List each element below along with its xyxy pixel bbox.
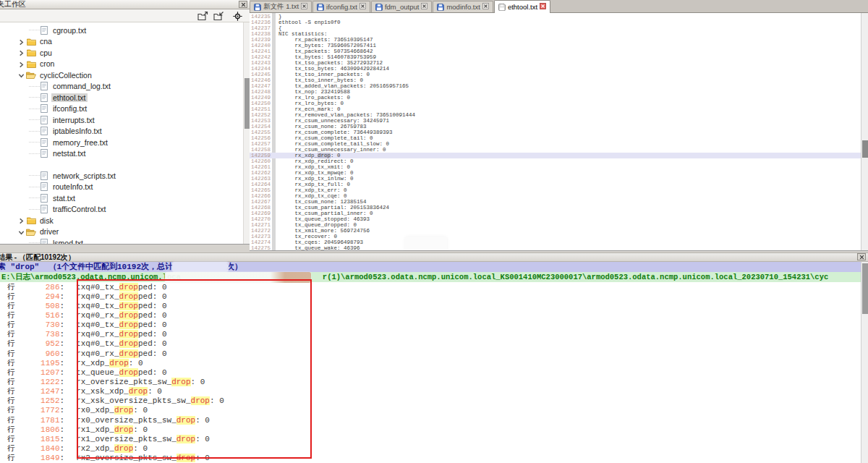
tree-item-trafficControl.txt[interactable]: trafficControl.txt	[0, 204, 243, 216]
line-text: rx_csum_unnecessary_inner: 0	[278, 147, 386, 153]
editor-line[interactable]: 142248 tx_nop: 232419588	[250, 89, 861, 95]
editor-line[interactable]: 142270 tx_queue_stopped: 46393	[250, 216, 861, 222]
editor-line[interactable]: 142243 tx_tso_packets: 35272932712	[250, 60, 861, 66]
editor-line[interactable]: 142265 rx_xdp_tx_err: 0	[250, 187, 861, 193]
tree-item-routeInfo.txt[interactable]: routeInfo.txt	[0, 182, 243, 193]
chevron-down-icon[interactable]	[18, 72, 25, 78]
tab-close-button[interactable]	[359, 3, 366, 11]
editor-line[interactable]: 142252 rx_removed_vlan_packets: 73651009…	[250, 112, 861, 118]
results-close-button[interactable]	[857, 253, 866, 260]
row-colon: :	[60, 416, 65, 425]
editor-line[interactable]: 142235}	[250, 14, 861, 20]
editor-lines[interactable]: 142235}142236ethtool -S enp1s0f0142237{1…	[250, 14, 861, 251]
editor-line[interactable]: 142244 tx_tso_bytes: 463099429284214	[250, 66, 861, 72]
editor-line[interactable]: 142269 tx_csum_partial_inner: 0	[250, 211, 861, 216]
tree-item-driver[interactable]: driver	[0, 226, 243, 238]
editor-line[interactable]: 142254 rx_csum_none: 26759783	[250, 124, 861, 129]
tab-fdm_output[interactable]: fdm_output	[371, 1, 433, 12]
editor-line[interactable]: 142242 tx_bytes: 514607839753959	[250, 54, 861, 60]
tab-close-button[interactable]	[540, 3, 546, 11]
line-number: 142267	[251, 199, 271, 205]
editor-line[interactable]: 142241 tx_packets: 507354668642	[250, 48, 861, 54]
editor-line[interactable]: 142258 rx_csum_unnecessary_inner: 0	[250, 147, 861, 153]
tab-ifconfig.txt[interactable]: ifconfig.txt	[312, 1, 370, 12]
editor-line[interactable]: 142250 rx_lro_bytes: 0	[250, 101, 861, 106]
line-text: tx_csum_none: 12385154	[278, 199, 367, 205]
editor-line[interactable]: 142238NIC statistics:	[250, 31, 861, 37]
locate-current-file-button[interactable]	[231, 11, 244, 21]
editor-line[interactable]: 142271 tx_queue_dropped: 0	[250, 222, 861, 228]
expand-all-button[interactable]	[196, 11, 209, 21]
tree-item-cyclicCollection[interactable]: cyclicCollection	[0, 69, 243, 81]
tree-item-ethtool.txt[interactable]: ethtool.txt	[0, 92, 243, 103]
editor-line[interactable]: 142260 rx_xdp_redirect: 0	[250, 158, 861, 164]
editor-pane[interactable]: 142235}142236ethtool -S enp1s0f0142237{1…	[250, 13, 868, 251]
editor-line[interactable]: 142262 rx_xdp_tx_mpwqe: 0	[250, 170, 861, 176]
editor-line[interactable]: 142267 tx_csum_none: 12385154	[250, 199, 861, 205]
tree-item-stat.txt[interactable]: stat.txt	[0, 192, 243, 204]
editor-line[interactable]: 142257 rx_csum_complete_tail_slow: 0	[250, 141, 861, 147]
editor-line[interactable]: 142261 rx_xdp_tx_xmit: 0	[250, 164, 861, 170]
editor-line[interactable]: 142249 rx_lro_packets: 0	[250, 95, 861, 101]
tab--1.txt[interactable]: 新文件 1.txt	[250, 1, 312, 12]
tree-item-ifconfig.txt[interactable]: ifconfig.txt	[0, 103, 243, 115]
tree-item-netstat.txt[interactable]: netstat.txt	[0, 148, 243, 160]
tree-scrollbar[interactable]	[243, 22, 250, 244]
tree-item-cron[interactable]: cron	[0, 59, 243, 70]
editor-scrollbar[interactable]	[861, 13, 868, 251]
editor-line[interactable]: 142274 tx_cqes: 204596498793	[250, 239, 861, 245]
results-scrollbar[interactable]	[861, 262, 868, 463]
tab-close-button[interactable]	[482, 3, 489, 11]
tree-item-cpu[interactable]: cpu	[0, 47, 243, 59]
results-scrollbar-thumb[interactable]	[862, 263, 868, 314]
chevron-right-icon[interactable]	[18, 217, 25, 224]
editor-scrollbar-thumb[interactable]	[862, 140, 868, 158]
tree-scrollbar-thumb[interactable]	[244, 78, 250, 129]
tree-item-interrupts.txt[interactable]: interrupts.txt	[0, 114, 243, 126]
editor-line[interactable]: 142263 rx_xdp_tx_inlnw: 0	[250, 176, 861, 182]
editor-line[interactable]: 142246 tx_tso_inner_bytes: 0	[250, 77, 861, 83]
chevron-right-icon[interactable]	[18, 61, 25, 67]
editor-line[interactable]: 142255 rx_csum_complete: 736449389393	[250, 129, 861, 135]
tree-item-memory_free.txt[interactable]: memory_free.txt	[0, 137, 243, 148]
editor-line[interactable]: 142266 rx_xdp_tx_cqe: 0	[250, 193, 861, 199]
row-line-number: 1849	[15, 454, 60, 462]
editor-line[interactable]: 142273 tx_recover: 0	[250, 234, 861, 239]
tree-item-command_log.txt[interactable]: command_log.txt	[0, 81, 243, 93]
tab-ethtool.txt[interactable]: ethtool.txt	[494, 0, 550, 13]
tree-item-label: netstat.txt	[51, 149, 88, 158]
chevron-down-icon[interactable]	[18, 229, 25, 235]
tree-item-disk[interactable]: disk	[0, 215, 243, 226]
collapse-all-button[interactable]	[212, 11, 225, 21]
editor-line[interactable]: 142264 rx_xdp_tx_full: 0	[250, 182, 861, 187]
row-colon: :	[60, 368, 65, 377]
search-summary-line[interactable]: 搜索 "drop" （1个文件中匹配到10192次，总计次）	[0, 262, 868, 272]
workspace-close-button[interactable]	[239, 1, 247, 8]
editor-line[interactable]: 142239 rx_packets: 736510395147	[250, 37, 861, 43]
tree-item-iptablesInfo.txt[interactable]: iptablesInfo.txt	[0, 126, 243, 137]
editor-line-current[interactable]: 142259 rx_xdp_drop: 0	[250, 153, 861, 158]
editor-line[interactable]: 142253 rx_csum_unnecessary: 34245971	[250, 118, 861, 124]
editor-line[interactable]: 142256 rx_csum_complete_tail: 0	[250, 135, 861, 141]
editor-line[interactable]: 142275 tx_queue_wake: 46396	[250, 245, 861, 251]
chevron-right-icon[interactable]	[18, 38, 25, 45]
editor-line[interactable]: 142247 tx_added_vlan_packets: 2051659571…	[250, 83, 861, 89]
tab-close-button[interactable]	[421, 3, 427, 11]
tree-item-lsmod.txt[interactable]: lsmod.txt	[0, 237, 243, 244]
line-number: 142270	[251, 216, 271, 222]
editor-line[interactable]: 142237{	[250, 25, 861, 31]
tab-modinfo.txt[interactable]: modinfo.txt	[433, 1, 493, 12]
editor-line[interactable]: 142251 rx_ecn_mark: 0	[250, 106, 861, 112]
editor-line[interactable]: 142268 tx_csum_partial: 205153836424	[250, 205, 861, 211]
editor-line[interactable]: 142272 tx_xmit_more: 569724756	[250, 228, 861, 234]
editor-line[interactable]: 142245 tx_tso_inner_packets: 0	[250, 72, 861, 77]
editor-line[interactable]: 142240 rx_bytes: 735960572057411	[250, 43, 861, 48]
editor-line[interactable]: 142236ethtool -S enp1s0f0	[250, 20, 861, 25]
tree-item-cgroup.txt[interactable]: cgroup.txt	[0, 25, 243, 36]
row-colon: :	[60, 302, 65, 310]
chevron-right-icon[interactable]	[18, 49, 25, 56]
line-text: rx_csum_complete_tail: 0	[278, 135, 373, 141]
tab-close-button[interactable]	[301, 3, 307, 11]
tree-item-network_scripts.txt[interactable]: network_scripts.txt	[0, 170, 243, 182]
tree-item-cna[interactable]: cna	[0, 36, 243, 48]
